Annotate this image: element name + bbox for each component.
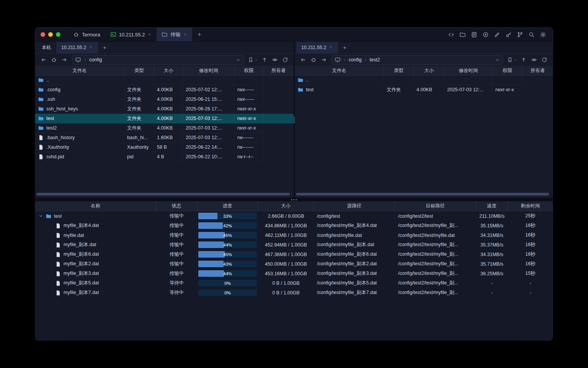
column-header[interactable]: 目标路径	[395, 201, 476, 211]
back-button[interactable]	[298, 55, 308, 65]
forward-button[interactable]	[319, 55, 329, 65]
transfer-row[interactable]: myfile_副本7.dat等待中0%0 B / 1.00GB/config/t…	[35, 288, 553, 297]
column-header[interactable]: 大小	[154, 66, 183, 75]
file-name: .config	[46, 87, 60, 92]
column-header[interactable]: 名称	[35, 201, 156, 211]
file-manager-button[interactable]	[457, 30, 468, 39]
file-table: ...config文件夹4.00KB2025-07-02 12:...rwx--…	[35, 76, 294, 162]
left_panel-tab-1[interactable]: 10.211.55.2	[56, 42, 98, 53]
transfer-row[interactable]: myfile_副本3.dat传输中44%453.16MB / 1.00GB/co…	[35, 269, 553, 278]
column-header[interactable]: 状态	[156, 201, 197, 211]
minimize-window-button[interactable]	[48, 32, 53, 37]
file-fill-icon	[38, 154, 44, 160]
refresh-button[interactable]	[280, 55, 290, 65]
file-row[interactable]: test文件夹4.00KB2025-07-03 12:...rwxr-xr-x	[295, 85, 553, 95]
file-row[interactable]: test2文件夹4.00KB2025-07-03 12:...rwxr-xr-x	[35, 123, 294, 133]
column-header[interactable]: 文件名	[295, 66, 384, 75]
forward-button[interactable]	[59, 55, 69, 65]
horizontal-scrollbar[interactable]	[36, 193, 292, 196]
column-header[interactable]: 权限	[493, 66, 523, 75]
transfer-row[interactable]: myfile_副本2.dat传输中43%450.00MB / 1.00GB/co…	[35, 259, 553, 269]
transfer-speed: 35.15MB/s	[476, 221, 508, 230]
file-row[interactable]: .ssh文件夹4.00KB2025-06-21 15:...rwx------	[35, 95, 294, 104]
transfer-row[interactable]: myfile_副本6.dat传输中45%467.36MB / 1.00GB/co…	[35, 250, 553, 259]
code-snippets-button[interactable]	[446, 30, 456, 39]
column-header[interactable]: 权限	[235, 66, 263, 75]
column-header[interactable]: 修改时间	[183, 66, 235, 75]
close-tab-button[interactable]	[329, 45, 333, 50]
home-icon	[73, 31, 79, 38]
bookmark-button[interactable]	[506, 55, 518, 65]
transfer-row[interactable]: test传输中33%2.66GB / 8.00GB/config/test/co…	[35, 211, 553, 221]
breadcrumb-item[interactable]: config	[89, 57, 102, 62]
column-header[interactable]: 进度	[197, 201, 258, 211]
file-row[interactable]: ..	[35, 76, 294, 85]
up-directory-button[interactable]	[519, 55, 529, 65]
column-header[interactable]: 类型	[384, 66, 414, 75]
file-row[interactable]: .XauthorityXauthority58 B2025-06-22 14:.…	[35, 143, 294, 152]
back-button[interactable]	[39, 55, 49, 65]
search-button[interactable]	[526, 30, 537, 39]
bookmark-button[interactable]	[247, 55, 259, 65]
column-header[interactable]: 所有者	[523, 66, 553, 75]
folder-fill-icon	[38, 96, 44, 102]
horizontal-splitter[interactable]	[35, 198, 553, 201]
transfer-row[interactable]: myfile.dat传输中45%462.11MB / 1.00GB/config…	[35, 230, 553, 240]
column-header[interactable]: 源路径	[314, 201, 395, 211]
keys-button[interactable]	[503, 30, 514, 39]
file-row[interactable]: sshd.pidpid4 B2025-06-22 10:...rw-r--r--	[35, 152, 294, 162]
transfer-size: 0 B / 1.00GB	[258, 278, 314, 288]
column-header[interactable]: 大小	[414, 66, 444, 75]
up-directory-button[interactable]	[260, 55, 270, 65]
port-forwarding-button[interactable]	[515, 30, 525, 39]
chevron-down-icon	[255, 58, 258, 62]
titlebar-tab-0[interactable]: Termora	[68, 28, 105, 41]
column-header[interactable]: 速度	[476, 201, 508, 211]
right_panel-tab-0[interactable]: 10.211.55.2	[296, 42, 338, 53]
column-header[interactable]: 修改时间	[444, 66, 493, 75]
close-tab-button[interactable]	[89, 45, 93, 50]
new-file-tab-button[interactable]	[338, 42, 351, 53]
transfer-row[interactable]: myfile_副本.dat传输中44%452.94MB / 1.00GB/con…	[35, 240, 553, 250]
arrow-left-icon	[300, 57, 306, 63]
log-viewer-button[interactable]	[469, 30, 479, 39]
close-tab-button[interactable]	[147, 32, 152, 38]
transfer-row[interactable]: myfile_副本5.dat等待中0%0 B / 1.00GB/config/t…	[35, 278, 553, 288]
close-window-button[interactable]	[41, 32, 45, 37]
file-row[interactable]: test文件夹4.00KB2025-07-03 12:...rwxr-xr-x	[35, 114, 294, 123]
column-header[interactable]: 类型	[124, 66, 154, 75]
path-bar[interactable]: configtest2	[332, 55, 503, 65]
column-header[interactable]: 文件名	[35, 66, 124, 75]
new-window-tab-button[interactable]	[192, 28, 207, 41]
transfer-row[interactable]: myfile_副本4.dat传输中42%434.86MB / 1.00GB/co…	[35, 221, 553, 230]
show-hidden-button[interactable]	[529, 55, 539, 65]
left_panel-tab-0[interactable]: 本机	[37, 42, 56, 53]
file-row[interactable]: ..	[295, 76, 553, 85]
file-row[interactable]: .config文件夹4.00KB2025-07-02 12:...rwx----…	[35, 85, 294, 95]
file-table-header: 文件名类型大小修改时间权限所有者	[35, 66, 294, 76]
home-button[interactable]	[309, 55, 318, 65]
file-row[interactable]: ssh_host_keys文件夹4.00KB2025-06-26 17:...r…	[35, 104, 294, 114]
column-header[interactable]: 剩余时间	[508, 201, 553, 211]
new-file-tab-button[interactable]	[98, 42, 111, 53]
zoom-window-button[interactable]	[56, 32, 60, 37]
record-button[interactable]	[480, 30, 491, 39]
file-row[interactable]: .bash_historybash_hi...1.60KB2025-07-03 …	[35, 133, 294, 143]
column-header[interactable]: 大小	[258, 201, 314, 211]
titlebar-tab-1[interactable]: 10.211.55.2	[105, 28, 157, 41]
show-hidden-button[interactable]	[270, 55, 280, 65]
path-bar[interactable]: config	[72, 55, 244, 65]
titlebar-tab-2[interactable]: 传输	[157, 28, 192, 41]
home-button[interactable]	[49, 55, 59, 65]
file-name: test	[306, 87, 314, 92]
transfer-speed: 34.31MB/s	[476, 250, 508, 259]
refresh-button[interactable]	[539, 55, 549, 65]
edit-button[interactable]	[492, 30, 502, 39]
column-header[interactable]: 所有者	[263, 66, 294, 75]
left-file-panel: 本机10.211.55.2config文件名类型大小修改时间权限所有者...co…	[35, 42, 294, 198]
settings-button[interactable]	[538, 30, 548, 39]
breadcrumb-item[interactable]: test2	[369, 57, 380, 62]
close-tab-button[interactable]	[183, 32, 187, 38]
horizontal-scrollbar[interactable]	[296, 193, 552, 196]
breadcrumb-item[interactable]: config	[349, 57, 361, 62]
